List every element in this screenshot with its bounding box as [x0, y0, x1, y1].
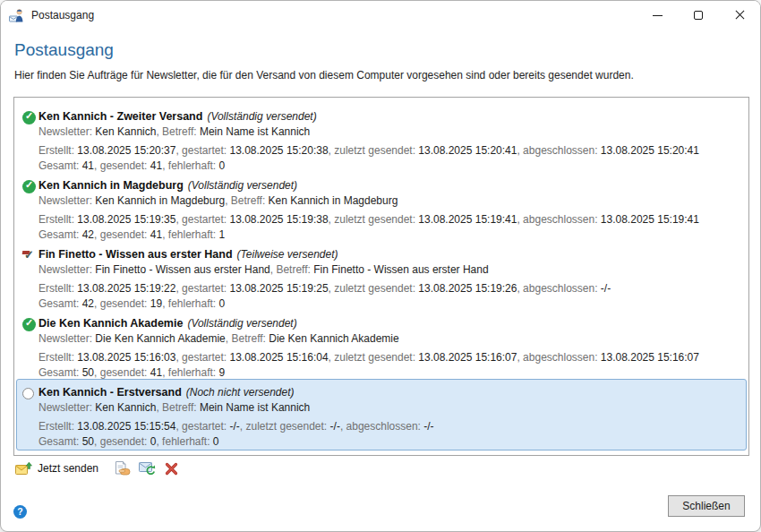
entry-status: (Noch nicht versendet) — [186, 386, 295, 399]
outbox-toolbar: Jetzt senden — [15, 459, 181, 478]
entry-newsletter-line: Newsletter: Fin Finetto - Wissen aus ers… — [38, 262, 742, 278]
entry-newsletter-line: Newsletter: Ken Kannich in Magdeburg, Be… — [38, 193, 742, 209]
entry-dates-line: Erstellt: 13.08.2025 15:15:54, gestartet… — [38, 419, 742, 434]
mail-refresh-icon — [139, 461, 156, 476]
maximize-button[interactable] — [678, 1, 719, 30]
entry-status: (Vollständig versendet) — [207, 110, 316, 123]
minimize-icon — [653, 15, 663, 16]
entry-status: (Teilweise versendet) — [237, 248, 338, 261]
entry-dates-line: Erstellt: 13.08.2025 15:20:37, gestartet… — [38, 143, 742, 159]
entry-status: (Vollständig versendet) — [188, 179, 297, 192]
resend-button[interactable] — [137, 459, 157, 477]
manual-send-button[interactable] — [113, 459, 133, 477]
entry-title-line: Die Ken Kannich Akademie(Vollständig ver… — [38, 316, 742, 331]
entry-title: Fin Finetto - Wissen aus erster Hand — [38, 248, 233, 261]
delete-button[interactable] — [161, 459, 181, 477]
page-subtitle: Hier finden Sie Aufträge für Newsletter,… — [14, 69, 634, 82]
check-circle-icon — [22, 318, 36, 331]
delete-x-icon — [165, 462, 178, 476]
entry-title-line: Fin Finetto - Wissen aus erster Hand(Tei… — [38, 247, 742, 262]
hand-document-icon — [115, 461, 131, 476]
outbox-entry[interactable]: Ken Kannich - Zweiter Versand(Vollständi… — [16, 103, 747, 172]
outbox-entry[interactable]: Ken Kannich - Erstversand(Noch nicht ver… — [16, 379, 747, 450]
outbox-entry[interactable]: Die Ken Kannich Akademie(Vollständig ver… — [16, 310, 747, 379]
window: Postausgang Postausgang Hier finden Sie … — [0, 0, 761, 532]
send-now-label: Jetzt senden — [38, 462, 98, 475]
entry-title-line: Ken Kannich in Magdeburg(Vollständig ver… — [38, 178, 742, 193]
entry-title-line: Ken Kannich - Zweiter Versand(Vollständi… — [38, 109, 742, 124]
help-button[interactable]: ? — [13, 505, 27, 519]
entry-title: Ken Kannich - Erstversand — [38, 386, 182, 399]
entry-title: Die Ken Kannich Akademie — [38, 317, 183, 330]
close-button[interactable] — [719, 1, 760, 30]
outbox-list[interactable]: Ken Kannich - Zweiter Versand(Vollständi… — [13, 97, 749, 456]
entry-newsletter-line: Newsletter: Die Ken Kannich Akademie, Be… — [38, 331, 742, 347]
entry-dates-line: Erstellt: 13.08.2025 15:16:03, gestartet… — [38, 350, 742, 365]
entry-newsletter-line: Newsletter: Ken Kannich, Betreff: Mein N… — [38, 400, 742, 416]
outbox-entry[interactable]: Ken Kannich in Magdeburg(Vollständig ver… — [16, 172, 747, 241]
send-now-button[interactable]: Jetzt senden — [15, 461, 98, 476]
entry-title: Ken Kannich in Magdeburg — [38, 179, 184, 192]
maximize-icon — [694, 11, 703, 20]
minimize-button[interactable] — [637, 1, 678, 30]
close-dialog-button[interactable]: Schließen — [668, 495, 745, 517]
entry-newsletter-line: Newsletter: Ken Kannich, Betreff: Mein N… — [38, 124, 742, 140]
partial-check-icon — [22, 249, 36, 262]
entry-dates-line: Erstellt: 13.08.2025 15:19:22, gestartet… — [38, 281, 742, 296]
outbox-entry[interactable]: Fin Finetto - Wissen aus erster Hand(Tei… — [16, 241, 747, 310]
entry-title: Ken Kannich - Zweiter Versand — [38, 110, 202, 123]
entry-counts-line: Gesamt: 50, gesendet: 0, fehlerhaft: 0 — [38, 434, 742, 450]
check-circle-icon — [22, 111, 36, 124]
page-title: Postausgang — [14, 40, 114, 60]
entry-title-line: Ken Kannich - Erstversand(Noch nicht ver… — [38, 385, 742, 400]
title-bar[interactable]: Postausgang — [1, 1, 760, 30]
entry-status: (Vollständig versendet) — [187, 317, 296, 330]
entry-dates-line: Erstellt: 13.08.2025 15:19:35, gestartet… — [38, 212, 742, 227]
check-circle-icon — [22, 180, 36, 193]
window-title: Postausgang — [31, 9, 94, 21]
postman-app-icon — [9, 8, 24, 22]
send-mail-icon — [15, 461, 32, 476]
window-controls — [637, 1, 760, 30]
circle-outline-icon — [22, 388, 34, 399]
